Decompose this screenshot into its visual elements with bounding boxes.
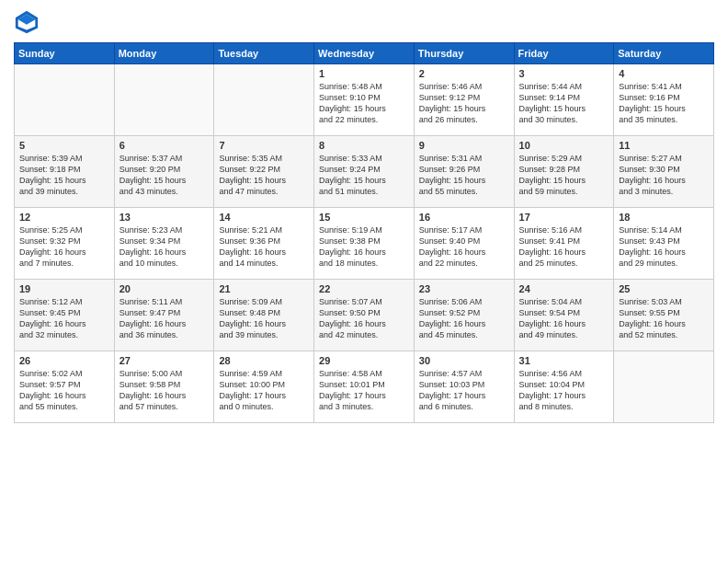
day-number: 11	[619, 140, 709, 151]
day-number: 27	[119, 355, 210, 366]
day-info: Sunrise: 5:21 AM Sunset: 9:36 PM Dayligh…	[219, 224, 309, 270]
day-number: 6	[119, 140, 210, 151]
day-number: 9	[419, 140, 509, 151]
day-info: Sunrise: 5:29 AM Sunset: 9:28 PM Dayligh…	[519, 153, 609, 198]
day-number: 19	[19, 283, 109, 294]
day-info: Sunrise: 5:25 AM Sunset: 9:32 PM Dayligh…	[19, 224, 109, 270]
calendar-cell: 3Sunrise: 5:44 AM Sunset: 9:14 PM Daylig…	[514, 64, 614, 136]
calendar-cell: 21Sunrise: 5:09 AM Sunset: 9:48 PM Dayli…	[214, 280, 314, 351]
calendar-cell: 14Sunrise: 5:21 AM Sunset: 9:36 PM Dayli…	[214, 208, 314, 280]
weekday-header: Friday	[514, 43, 614, 64]
calendar-week-row: 12Sunrise: 5:25 AM Sunset: 9:32 PM Dayli…	[15, 208, 714, 280]
day-info: Sunrise: 5:04 AM Sunset: 9:54 PM Dayligh…	[519, 296, 609, 341]
calendar-week-row: 26Sunrise: 5:02 AM Sunset: 9:57 PM Dayli…	[15, 351, 714, 423]
calendar-cell: 2Sunrise: 5:46 AM Sunset: 9:12 PM Daylig…	[414, 64, 514, 136]
day-number: 18	[619, 212, 709, 223]
calendar-cell: 17Sunrise: 5:16 AM Sunset: 9:41 PM Dayli…	[514, 208, 614, 280]
calendar-cell: 24Sunrise: 5:04 AM Sunset: 9:54 PM Dayli…	[514, 280, 614, 351]
calendar-cell: 8Sunrise: 5:33 AM Sunset: 9:24 PM Daylig…	[314, 136, 415, 208]
calendar-cell: 29Sunrise: 4:58 AM Sunset: 10:01 PM Dayl…	[314, 351, 415, 423]
day-info: Sunrise: 5:41 AM Sunset: 9:16 PM Dayligh…	[619, 81, 709, 126]
day-number: 2	[419, 68, 509, 79]
day-number: 23	[419, 283, 509, 294]
day-number: 22	[319, 283, 409, 294]
calendar-cell: 19Sunrise: 5:12 AM Sunset: 9:45 PM Dayli…	[15, 280, 115, 351]
day-info: Sunrise: 5:37 AM Sunset: 9:20 PM Dayligh…	[119, 153, 210, 198]
logo-icon	[14, 9, 40, 35]
calendar-cell	[15, 64, 115, 136]
day-number: 30	[419, 355, 509, 366]
calendar-cell	[614, 351, 714, 423]
day-info: Sunrise: 5:06 AM Sunset: 9:52 PM Dayligh…	[419, 296, 509, 341]
calendar-cell	[114, 64, 214, 136]
calendar-cell: 27Sunrise: 5:00 AM Sunset: 9:58 PM Dayli…	[114, 351, 214, 423]
calendar-cell: 26Sunrise: 5:02 AM Sunset: 9:57 PM Dayli…	[15, 351, 115, 423]
day-info: Sunrise: 5:19 AM Sunset: 9:38 PM Dayligh…	[319, 224, 409, 270]
calendar-week-row: 5Sunrise: 5:39 AM Sunset: 9:18 PM Daylig…	[15, 136, 714, 208]
calendar-cell: 10Sunrise: 5:29 AM Sunset: 9:28 PM Dayli…	[514, 136, 614, 208]
day-info: Sunrise: 5:48 AM Sunset: 9:10 PM Dayligh…	[319, 81, 409, 126]
calendar-cell: 20Sunrise: 5:11 AM Sunset: 9:47 PM Dayli…	[114, 280, 214, 351]
day-info: Sunrise: 5:00 AM Sunset: 9:58 PM Dayligh…	[119, 368, 210, 413]
weekday-header: Saturday	[614, 43, 714, 64]
day-number: 12	[19, 212, 109, 223]
day-info: Sunrise: 5:07 AM Sunset: 9:50 PM Dayligh…	[319, 296, 409, 341]
weekday-header: Monday	[114, 43, 214, 64]
day-number: 4	[619, 68, 709, 79]
calendar-header-row: SundayMondayTuesdayWednesdayThursdayFrid…	[15, 43, 714, 64]
weekday-header: Sunday	[15, 43, 115, 64]
day-info: Sunrise: 5:09 AM Sunset: 9:48 PM Dayligh…	[219, 296, 309, 341]
day-number: 3	[519, 68, 609, 79]
calendar-week-row: 1Sunrise: 5:48 AM Sunset: 9:10 PM Daylig…	[15, 64, 714, 136]
day-number: 20	[119, 283, 210, 294]
day-info: Sunrise: 5:11 AM Sunset: 9:47 PM Dayligh…	[119, 296, 210, 341]
calendar-cell: 31Sunrise: 4:56 AM Sunset: 10:04 PM Dayl…	[514, 351, 614, 423]
day-number: 10	[519, 140, 609, 151]
day-number: 5	[19, 140, 109, 151]
day-number: 28	[219, 355, 309, 366]
day-info: Sunrise: 5:23 AM Sunset: 9:34 PM Dayligh…	[119, 224, 210, 270]
weekday-header: Tuesday	[214, 43, 314, 64]
day-info: Sunrise: 4:56 AM Sunset: 10:04 PM Daylig…	[519, 368, 609, 413]
day-number: 31	[519, 355, 609, 366]
day-info: Sunrise: 5:39 AM Sunset: 9:18 PM Dayligh…	[19, 153, 109, 198]
day-info: Sunrise: 5:02 AM Sunset: 9:57 PM Dayligh…	[19, 368, 109, 413]
day-info: Sunrise: 5:33 AM Sunset: 9:24 PM Dayligh…	[319, 153, 409, 198]
day-number: 25	[619, 283, 709, 294]
calendar-week-row: 19Sunrise: 5:12 AM Sunset: 9:45 PM Dayli…	[15, 280, 714, 351]
calendar-cell: 6Sunrise: 5:37 AM Sunset: 9:20 PM Daylig…	[114, 136, 214, 208]
day-info: Sunrise: 5:27 AM Sunset: 9:30 PM Dayligh…	[619, 153, 709, 198]
calendar: SundayMondayTuesdayWednesdayThursdayFrid…	[14, 42, 714, 423]
day-info: Sunrise: 5:16 AM Sunset: 9:41 PM Dayligh…	[519, 224, 609, 270]
day-number: 16	[419, 212, 509, 223]
weekday-header: Wednesday	[314, 43, 415, 64]
day-number: 1	[319, 68, 409, 79]
calendar-cell: 15Sunrise: 5:19 AM Sunset: 9:38 PM Dayli…	[314, 208, 415, 280]
calendar-cell	[214, 64, 314, 136]
day-info: Sunrise: 5:44 AM Sunset: 9:14 PM Dayligh…	[519, 81, 609, 126]
calendar-cell: 7Sunrise: 5:35 AM Sunset: 9:22 PM Daylig…	[214, 136, 314, 208]
day-number: 17	[519, 212, 609, 223]
calendar-cell: 28Sunrise: 4:59 AM Sunset: 10:00 PM Dayl…	[214, 351, 314, 423]
day-number: 13	[119, 212, 210, 223]
calendar-body: 1Sunrise: 5:48 AM Sunset: 9:10 PM Daylig…	[15, 64, 714, 423]
weekday-header: Thursday	[414, 43, 514, 64]
logo	[14, 9, 43, 35]
day-info: Sunrise: 5:14 AM Sunset: 9:43 PM Dayligh…	[619, 224, 709, 270]
calendar-cell: 22Sunrise: 5:07 AM Sunset: 9:50 PM Dayli…	[314, 280, 415, 351]
day-info: Sunrise: 4:57 AM Sunset: 10:03 PM Daylig…	[419, 368, 509, 413]
day-info: Sunrise: 5:12 AM Sunset: 9:45 PM Dayligh…	[19, 296, 109, 341]
day-info: Sunrise: 5:35 AM Sunset: 9:22 PM Dayligh…	[219, 153, 309, 198]
calendar-cell: 16Sunrise: 5:17 AM Sunset: 9:40 PM Dayli…	[414, 208, 514, 280]
calendar-cell: 5Sunrise: 5:39 AM Sunset: 9:18 PM Daylig…	[15, 136, 115, 208]
page: SundayMondayTuesdayWednesdayThursdayFrid…	[0, 0, 728, 563]
day-info: Sunrise: 5:31 AM Sunset: 9:26 PM Dayligh…	[419, 153, 509, 198]
day-info: Sunrise: 4:59 AM Sunset: 10:00 PM Daylig…	[219, 368, 309, 413]
calendar-cell: 23Sunrise: 5:06 AM Sunset: 9:52 PM Dayli…	[414, 280, 514, 351]
calendar-cell: 25Sunrise: 5:03 AM Sunset: 9:55 PM Dayli…	[614, 280, 714, 351]
calendar-cell: 12Sunrise: 5:25 AM Sunset: 9:32 PM Dayli…	[15, 208, 115, 280]
day-number: 21	[219, 283, 309, 294]
day-number: 24	[519, 283, 609, 294]
day-number: 14	[219, 212, 309, 223]
day-number: 15	[319, 212, 409, 223]
